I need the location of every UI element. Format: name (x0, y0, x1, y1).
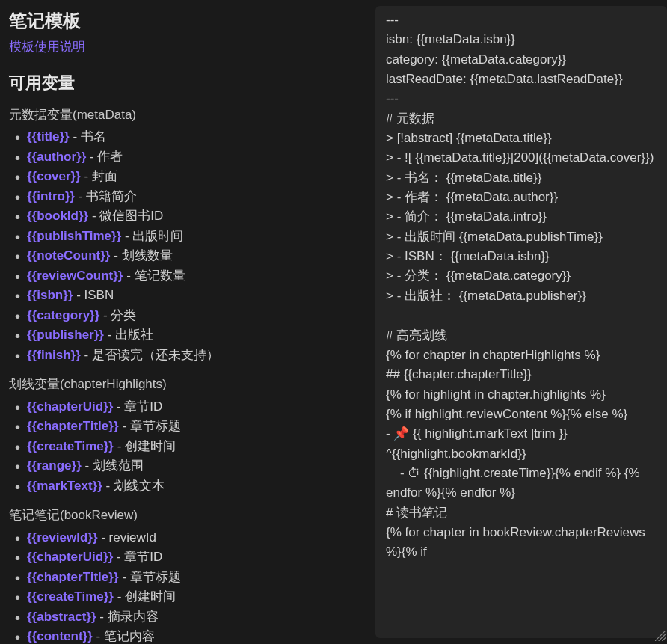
variable-item: {{chapterTitle}} - 章节标题 (27, 417, 366, 436)
variable-item: {{chapterTitle}} - 章节标题 (27, 568, 366, 587)
variable-item: {{publishTime}} - 出版时间 (27, 227, 366, 246)
variable-desc: - 章节标题 (119, 570, 181, 584)
variable-desc: - 章节ID (113, 550, 162, 564)
variable-token: {{content}} (27, 629, 93, 643)
variable-token: {{publisher}} (27, 328, 104, 342)
variable-desc: - 划线范围 (82, 459, 144, 473)
variable-desc: - 划线文本 (102, 479, 165, 493)
variable-item: {{isbn}} - ISBN (27, 286, 366, 305)
variable-item: {{abstract}} - 摘录内容 (27, 607, 366, 627)
variable-token: {{title}} (27, 129, 70, 144)
variable-desc: - 创建时间 (114, 589, 176, 604)
page-title: 笔记模板 (9, 7, 366, 34)
variable-item: {{noteCount}} - 划线数量 (27, 246, 366, 266)
variable-item: {{finish}} - 是否读完（还未支持） (27, 346, 366, 365)
left-panel: 笔记模板 模板使用说明 可用变量 元数据变量(metaData) {{title… (0, 0, 375, 644)
variable-desc: - 微信图书ID (88, 209, 163, 223)
variable-desc: - 封面 (81, 169, 117, 183)
variable-desc: - 书名 (70, 129, 106, 144)
bookreview-list: {{reviewId}} - reviewId{{chapterUid}} - … (9, 528, 366, 645)
variable-token: {{author}} (27, 150, 86, 164)
variable-token: {{abstract}} (27, 610, 96, 624)
variable-desc: - 出版社 (104, 328, 153, 342)
variable-item: {{createTime}} - 创建时间 (27, 437, 366, 456)
section-label-bookreview: 笔记笔记(bookReview) (9, 506, 366, 525)
variable-desc: - 作者 (86, 150, 123, 164)
help-link[interactable]: 模板使用说明 (9, 40, 85, 54)
variable-desc: - 笔记内容 (93, 629, 155, 643)
variable-desc: - 摘录内容 (96, 610, 159, 624)
variable-token: {{markText}} (27, 479, 102, 493)
variable-desc: - ISBN (73, 288, 114, 302)
metadata-list: {{title}} - 书名{{author}} - 作者{{cover}} -… (9, 127, 366, 364)
variable-token: {{noteCount}} (27, 248, 110, 263)
variable-item: {{title}} - 书名 (27, 127, 366, 147)
variable-token: {{intro}} (27, 189, 75, 203)
variable-item: {{chapterUid}} - 章节ID (27, 397, 366, 417)
variable-token: {{isbn}} (27, 288, 73, 302)
variable-item: {{chapterUid}} - 章节ID (27, 548, 366, 567)
variable-item: {{markText}} - 划线文本 (27, 476, 366, 496)
highlights-list: {{chapterUid}} - 章节ID{{chapterTitle}} - … (9, 397, 366, 496)
variable-desc: - reviewId (98, 530, 156, 545)
variable-desc: - 章节ID (113, 399, 162, 414)
variable-item: {{createTime}} - 创建时间 (27, 587, 366, 607)
variable-item: {{range}} - 划线范围 (27, 456, 366, 476)
variable-token: {{chapterTitle}} (27, 570, 119, 584)
variable-token: {{reviewCount}} (27, 269, 123, 283)
variable-token: {{chapterTitle}} (27, 419, 119, 433)
variable-token: {{reviewId}} (27, 530, 98, 545)
variable-token: {{createTime}} (27, 589, 114, 604)
variable-item: {{bookId}} - 微信图书ID (27, 206, 366, 226)
variable-token: {{chapterUid}} (27, 399, 113, 414)
variable-item: {{intro}} - 书籍简介 (27, 187, 366, 206)
variable-desc: - 创建时间 (114, 439, 176, 453)
variable-item: {{category}} - 分类 (27, 306, 366, 325)
variable-token: {{finish}} (27, 348, 81, 362)
variable-desc: - 章节标题 (119, 419, 181, 433)
variable-token: {{category}} (27, 308, 99, 322)
template-editor[interactable]: --- isbn: {{metaData.isbn}} category: {{… (375, 6, 667, 638)
template-content[interactable]: --- isbn: {{metaData.isbn}} category: {{… (386, 10, 657, 562)
variable-item: {{publisher}} - 出版社 (27, 325, 366, 345)
variable-desc: - 分类 (99, 308, 136, 322)
variable-token: {{chapterUid}} (27, 550, 113, 564)
variable-desc: - 书籍简介 (75, 189, 137, 203)
variable-desc: - 划线数量 (110, 248, 172, 263)
right-panel: --- isbn: {{metaData.isbn}} category: {{… (375, 0, 667, 644)
variable-item: {{reviewId}} - reviewId (27, 528, 366, 548)
variable-token: {{bookId}} (27, 209, 88, 223)
section-label-highlights: 划线变量(chapterHighlights) (9, 375, 366, 394)
variable-token: {{range}} (27, 459, 82, 473)
variable-desc: - 出版时间 (121, 229, 183, 243)
resize-handle-icon[interactable] (655, 628, 666, 638)
variable-desc: - 笔记数量 (123, 269, 185, 283)
variable-item: {{author}} - 作者 (27, 147, 366, 167)
variable-item: {{cover}} - 封面 (27, 167, 366, 186)
vars-title: 可用变量 (9, 70, 366, 95)
variable-token: {{createTime}} (27, 439, 114, 453)
variable-token: {{cover}} (27, 169, 81, 183)
variable-item: {{content}} - 笔记内容 (27, 627, 366, 644)
variable-token: {{publishTime}} (27, 229, 121, 243)
section-label-metadata: 元数据变量(metaData) (9, 105, 366, 125)
variable-item: {{reviewCount}} - 笔记数量 (27, 266, 366, 286)
variable-desc: - 是否读完（还未支持） (81, 348, 219, 362)
